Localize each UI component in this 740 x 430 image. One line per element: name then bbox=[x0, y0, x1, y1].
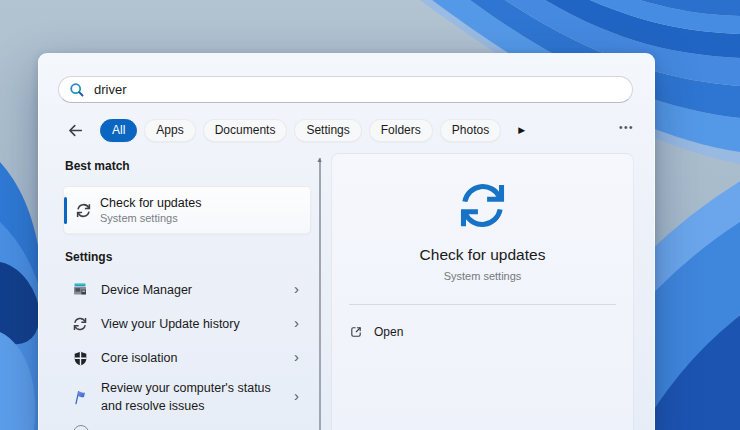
result-label: Review your computer's status and resolv… bbox=[101, 379, 279, 415]
partial-result-icon bbox=[73, 425, 89, 430]
best-match-text: Check for updates System settings bbox=[100, 196, 201, 224]
flag-icon bbox=[72, 389, 88, 405]
tab-folders[interactable]: Folders bbox=[369, 119, 433, 142]
result-update-history[interactable]: View your Update history › bbox=[63, 307, 311, 341]
result-device-manager[interactable]: Device Manager › bbox=[63, 273, 311, 307]
search-window: driver All Apps Documents Settings Folde… bbox=[38, 53, 655, 430]
result-label: Core isolation bbox=[101, 349, 177, 367]
best-match-header: Best match bbox=[65, 159, 311, 173]
back-arrow-icon bbox=[67, 122, 84, 139]
shield-icon bbox=[72, 351, 88, 366]
scrollbar[interactable]: ▲ bbox=[319, 158, 321, 430]
best-match-title: Check for updates bbox=[100, 196, 201, 210]
chevron-right-icon: › bbox=[294, 349, 299, 367]
preview-panel: Check for updates System settings Open bbox=[331, 153, 634, 430]
open-action[interactable]: Open bbox=[339, 319, 623, 345]
best-match-item[interactable]: Check for updates System settings bbox=[63, 186, 311, 234]
best-match-subtitle: System settings bbox=[100, 212, 201, 224]
desktop: driver All Apps Documents Settings Folde… bbox=[0, 0, 740, 430]
tab-documents[interactable]: Documents bbox=[203, 119, 288, 142]
refresh-icon-large bbox=[455, 178, 510, 233]
result-partial[interactable] bbox=[63, 419, 311, 430]
open-label: Open bbox=[374, 325, 403, 339]
sync-icon bbox=[75, 202, 92, 219]
divider bbox=[349, 304, 616, 305]
filter-tabs: All Apps Documents Settings Folders Phot… bbox=[66, 118, 634, 142]
result-label: View your Update history bbox=[101, 315, 240, 333]
chevron-right-icon: › bbox=[294, 315, 299, 333]
search-icon bbox=[69, 82, 85, 98]
result-review-status[interactable]: Review your computer's status and resolv… bbox=[63, 375, 311, 419]
scroll-up-icon[interactable]: ▲ bbox=[316, 156, 323, 163]
back-button[interactable] bbox=[66, 121, 84, 139]
tab-photos[interactable]: Photos bbox=[440, 119, 501, 142]
chevron-right-icon: › bbox=[294, 388, 299, 406]
open-external-icon bbox=[349, 325, 363, 339]
settings-section-header: Settings bbox=[65, 250, 311, 264]
preview-title: Check for updates bbox=[332, 246, 633, 264]
result-core-isolation[interactable]: Core isolation › bbox=[63, 341, 311, 375]
selection-accent-bar bbox=[64, 197, 67, 224]
search-input[interactable]: driver bbox=[58, 76, 633, 103]
tab-apps[interactable]: Apps bbox=[144, 119, 195, 142]
more-options-button[interactable]: ••• bbox=[619, 123, 634, 137]
tab-all[interactable]: All bbox=[100, 119, 137, 142]
search-query: driver bbox=[94, 82, 127, 97]
result-label: Device Manager bbox=[101, 281, 192, 299]
settings-results: Device Manager › View your Update histor… bbox=[63, 273, 311, 430]
device-manager-icon bbox=[72, 282, 88, 298]
expand-filters-icon[interactable]: ▶ bbox=[518, 126, 525, 135]
tab-settings[interactable]: Settings bbox=[294, 119, 361, 142]
results-panel: Best match Check for updates System sett… bbox=[63, 153, 311, 430]
chevron-right-icon: › bbox=[294, 281, 299, 299]
preview-subtitle: System settings bbox=[332, 270, 633, 282]
sync-icon bbox=[72, 316, 88, 332]
